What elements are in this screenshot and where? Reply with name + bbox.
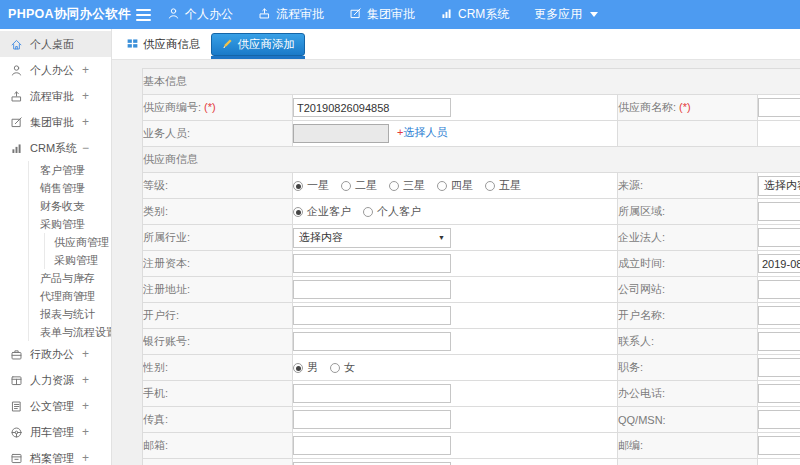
expander-icon[interactable]: + xyxy=(82,373,89,387)
topnav-item-crm-system[interactable]: CRM系统 xyxy=(440,6,509,23)
topnav-item-more-apps[interactable]: 更多应用 xyxy=(534,6,598,23)
postcode-input[interactable] xyxy=(758,436,800,455)
company-website-input[interactable] xyxy=(758,280,800,299)
sidebar-item-purchase-mgmt-group[interactable]: 采购管理− xyxy=(0,215,111,233)
tab-supplier-add-button[interactable]: 供应商添加 xyxy=(211,33,306,56)
account-name-input[interactable] xyxy=(758,306,800,325)
office-phone-input[interactable] xyxy=(758,384,800,403)
expander-icon[interactable]: + xyxy=(82,115,89,129)
region-input[interactable] xyxy=(758,202,800,221)
sidebar-item-group-approval[interactable]: 集团审批+ xyxy=(0,109,111,135)
expander-icon[interactable]: + xyxy=(78,271,85,285)
sidebar-item-form-flow-settings[interactable]: 表单与流程设置+ xyxy=(0,323,111,341)
cell-founding-date xyxy=(758,251,800,277)
field-label: 业务人员: xyxy=(143,127,190,139)
gender-radio-1[interactable]: 女 xyxy=(330,360,355,375)
mobile-input[interactable] xyxy=(293,384,451,403)
sidebar-item-human-resources[interactable]: 人力资源+ xyxy=(0,367,111,393)
briefcase-icon xyxy=(10,348,23,361)
hamburger-menu-icon[interactable] xyxy=(136,6,151,24)
sidebar-item-customer-mgmt[interactable]: 客户管理+ xyxy=(0,161,111,179)
expander-icon[interactable]: + xyxy=(78,181,85,195)
legal-person-input[interactable] xyxy=(758,228,800,247)
radio-button-icon[interactable] xyxy=(293,207,303,217)
sidebar-item-workflow-approval[interactable]: 流程审批+ xyxy=(0,83,111,109)
sidebar-item-sales-mgmt[interactable]: 销售管理+ xyxy=(0,179,111,197)
industry-select[interactable]: 选择内容▼ xyxy=(293,228,451,248)
email-input[interactable] xyxy=(293,436,451,455)
cell-registered-address xyxy=(293,277,618,303)
field-label: 企业法人: xyxy=(618,231,665,243)
expander-icon[interactable]: + xyxy=(82,63,89,77)
supplier-name-input[interactable] xyxy=(758,98,800,117)
topnav-item-personal-office[interactable]: 个人办公 xyxy=(167,6,233,23)
sidebar-item-agent-mgmt[interactable]: 代理商管理+ xyxy=(0,287,111,305)
cell-fax xyxy=(293,407,618,433)
expander-icon[interactable]: − xyxy=(78,217,85,231)
expander-icon[interactable]: + xyxy=(82,451,89,465)
sidebar-item-product-inventory[interactable]: 产品与库存+ xyxy=(0,269,111,287)
fax-input[interactable] xyxy=(293,410,451,429)
sidebar-item-crm-system[interactable]: CRM系统− xyxy=(0,135,111,161)
radio-button-icon[interactable] xyxy=(437,181,447,191)
radio-button-icon[interactable] xyxy=(341,181,351,191)
contact-person-input[interactable] xyxy=(758,332,800,351)
cell-postcode xyxy=(758,433,800,459)
founding-date-input[interactable] xyxy=(758,254,800,273)
level-radio-1[interactable]: 二星 xyxy=(341,178,377,193)
sidebar-item-personal-office[interactable]: 个人办公+ xyxy=(0,57,111,83)
sidebar-item-document-mgmt[interactable]: 公文管理+ xyxy=(0,393,111,419)
radio-button-icon[interactable] xyxy=(485,181,495,191)
sidebar-item-reports-stats[interactable]: 报表与统计 xyxy=(0,305,111,323)
expander-icon[interactable]: + xyxy=(78,199,85,213)
sidebar-item-archive-mgmt[interactable]: 档案管理+ xyxy=(0,445,111,465)
expander-icon[interactable]: + xyxy=(82,425,89,439)
level-radio-0[interactable]: 一星 xyxy=(293,178,329,193)
registered-capital-input[interactable] xyxy=(293,254,451,273)
label-qq-msn: QQ/MSN: xyxy=(618,407,758,433)
sidebar-item-vehicle-mgmt[interactable]: 用车管理+ xyxy=(0,419,111,445)
form-row: 手机:办公电话: xyxy=(143,381,800,407)
caret-down-icon xyxy=(590,12,598,17)
expander-icon[interactable]: − xyxy=(82,141,89,155)
category-radio-1[interactable]: 个人客户 xyxy=(363,204,421,219)
expander-icon[interactable]: + xyxy=(82,347,89,361)
expander-icon[interactable]: + xyxy=(82,399,89,413)
sidebar-item-finance-inout[interactable]: 财务收支+ xyxy=(0,197,111,215)
level-radio-2[interactable]: 三星 xyxy=(389,178,425,193)
radio-button-icon[interactable] xyxy=(363,207,373,217)
radio-button-icon[interactable] xyxy=(293,363,303,373)
sidebar-item-purchase-mgmt[interactable]: 采购管理 xyxy=(0,251,111,269)
expander-icon[interactable]: + xyxy=(78,163,85,177)
tab-supplier-info[interactable]: 供应商信息 xyxy=(126,37,201,52)
label-level: 等级: xyxy=(143,173,293,199)
choose-person-link[interactable]: +选择人员 xyxy=(397,126,447,138)
sidebar-item-admin-office[interactable]: 行政办公+ xyxy=(0,341,111,367)
gender-radio-0[interactable]: 男 xyxy=(293,360,318,375)
topnav-item-workflow-approval[interactable]: 流程审批 xyxy=(258,6,324,23)
level-radio-4[interactable]: 五星 xyxy=(485,178,521,193)
label-legal-person: 企业法人: xyxy=(618,225,758,251)
category-radio-0[interactable]: 企业客户 xyxy=(293,204,351,219)
radio-button-icon[interactable] xyxy=(330,363,340,373)
radio-label: 二星 xyxy=(355,178,377,193)
qq-msn-input[interactable] xyxy=(758,410,800,429)
radio-button-icon[interactable] xyxy=(293,181,303,191)
level-radio-3[interactable]: 四星 xyxy=(437,178,473,193)
radio-label: 男 xyxy=(307,360,318,375)
radio-button-icon[interactable] xyxy=(389,181,399,191)
bank-branch-input[interactable] xyxy=(293,306,451,325)
supplier-code-input[interactable] xyxy=(293,98,451,117)
source-select[interactable]: 选择内容▼ xyxy=(758,176,800,196)
topnav-item-group-approval[interactable]: 集团审批 xyxy=(349,6,415,23)
job-title-input[interactable] xyxy=(758,358,800,377)
bank-account-input[interactable] xyxy=(293,332,451,351)
expander-icon[interactable]: + xyxy=(82,89,89,103)
registered-address-input[interactable] xyxy=(293,280,451,299)
add-icon xyxy=(221,37,234,52)
expander-icon[interactable]: + xyxy=(78,289,85,303)
top-bar: PHPOA协同办公软件 个人办公流程审批集团审批CRM系统更多应用 xyxy=(0,0,800,29)
business-person-input[interactable] xyxy=(293,124,389,143)
sidebar-item-supplier-mgmt[interactable]: 供应商管理 xyxy=(0,233,111,251)
sidebar-item-personal-desktop[interactable]: 个人桌面 xyxy=(0,31,111,57)
